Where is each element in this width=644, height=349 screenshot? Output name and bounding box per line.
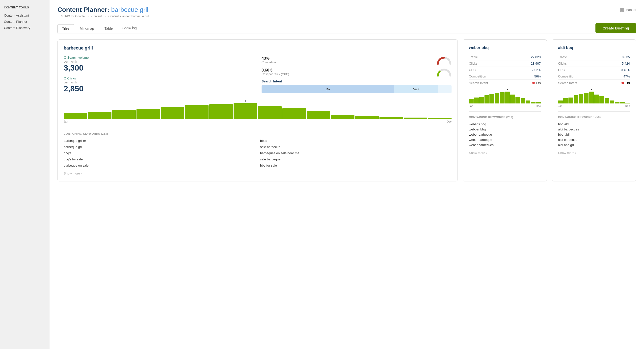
main-keywords-cols: barbeque griller bbqs barbeque grill sal… <box>64 138 452 168</box>
keyword-1[interactable]: barbeque griller <box>64 138 255 143</box>
keyword-4[interactable]: bbq's for sale <box>64 157 255 162</box>
show-log-link[interactable]: Show log <box>121 24 138 32</box>
bar-1 <box>64 113 87 119</box>
breadcrumb: SISTRIX for Google › Content › Content P… <box>58 14 150 18</box>
competition-gauge <box>437 56 452 65</box>
svg-rect-1 <box>622 8 624 12</box>
aldi-chart-labels: Jan Dec <box>558 104 630 107</box>
svg-rect-0 <box>620 8 622 12</box>
sidebar-section-title: CONTENT TOOLS <box>4 6 46 9</box>
weber-kw-2[interactable]: webber bbq <box>469 127 541 132</box>
bar-13 <box>355 116 379 119</box>
create-briefing-button[interactable]: Create Briefing <box>596 23 636 33</box>
competition-gauge-row: 43% Competition <box>262 56 452 65</box>
weber-stat-competition: Competition 56% <box>469 73 541 80</box>
aldi-card: aldi bbq Traffic 8,335 Clicks 5,424 CPC … <box>552 39 636 181</box>
weber-kw-5[interactable]: weber barbecues <box>469 142 541 148</box>
page-title-highlight: barbecue grill <box>111 6 150 13</box>
cpc-info: 0.60 € Cost per Click (CPC) <box>262 68 434 76</box>
tab-tiles[interactable]: Tiles <box>58 24 74 33</box>
bar-4 <box>136 109 160 119</box>
weber-stat-clicks: Clicks 23,907 <box>469 60 541 67</box>
weber-kw-3[interactable]: weber barbecue <box>469 132 541 137</box>
main-card-title: barbecue grill <box>64 45 452 51</box>
aldi-keywords-section: CONTAINING KEYWORDS (58) bbq aldi aldi b… <box>558 116 630 155</box>
keyword-3[interactable]: bbq's <box>64 150 255 156</box>
bar-16 <box>428 118 452 119</box>
main-show-more[interactable]: Show more › <box>64 172 82 175</box>
bar-15 <box>404 118 427 119</box>
competition-info: 43% Competition <box>262 56 434 64</box>
weber-show-more[interactable]: Show more › <box>469 151 487 155</box>
weber-stat-intent: Search Intent Do <box>469 80 541 86</box>
clicks-label: ∅ Clicks <box>64 76 254 80</box>
main-keywords-title: CONTAINING KEYWORDS (253) <box>64 132 452 135</box>
metric-search-volume: ∅ Search volume per month 3,300 ∅ Clicks… <box>64 56 254 93</box>
weber-card-title: weber bbq <box>469 45 541 50</box>
bar-10 <box>282 108 306 119</box>
weber-kw-4[interactable]: weber barbeque <box>469 137 541 142</box>
tabs-row: Tiles Mindmap Table Show log Create Brie… <box>58 23 636 33</box>
sidebar-item-content-discovery[interactable]: Content Discovery <box>4 25 46 31</box>
keyword-10[interactable]: bbq for sale <box>260 163 452 168</box>
metrics-row: ∅ Search volume per month 3,300 ∅ Clicks… <box>64 56 452 93</box>
cpc-label: Cost per Click (CPC) <box>262 72 434 76</box>
weber-mini-chart: ▼ <box>469 89 541 103</box>
bar-3 <box>112 110 136 119</box>
aldi-kw-5[interactable]: aldi bbq grill <box>558 142 630 148</box>
keyword-2[interactable]: barbeque grill <box>64 144 255 149</box>
weber-keywords-section: CONTAINING KEYWORDS (290) weber's bbq we… <box>469 116 541 155</box>
aldi-stats: Traffic 8,335 Clicks 5,424 CPC 0.43 € Co… <box>558 54 630 86</box>
bar-8-current: ▼ <box>234 103 257 119</box>
aldi-intent-dot <box>622 82 624 84</box>
aldi-kw-3[interactable]: bbq-aldi <box>558 132 630 137</box>
aldi-divider <box>558 111 630 112</box>
bar-12 <box>331 115 354 119</box>
keyword-5[interactable]: barbeque on sale <box>64 163 255 168</box>
sidebar: CONTENT TOOLS Content Assistant Content … <box>0 0 50 349</box>
cards-grid: barbecue grill ∅ Search volume per month… <box>58 39 636 181</box>
clicks-value: 2,850 <box>64 84 254 93</box>
weber-chart-labels: Jan Dec <box>469 104 541 107</box>
weber-kw-1[interactable]: weber's bbq <box>469 121 541 127</box>
cpc-gauge-row: 0.60 € Cost per Click (CPC) <box>262 67 452 76</box>
keyword-8[interactable]: barbeques on sale near me <box>260 150 452 156</box>
intent-do: Do <box>262 85 394 93</box>
tab-mindmap[interactable]: Mindmap <box>75 24 99 33</box>
metric-gauges: 43% Competition <box>262 56 452 93</box>
weber-keywords-list: weber's bbq webber bbq weber barbecue we… <box>469 121 541 148</box>
main-chart-area: ▼ Jan Dec <box>64 99 452 123</box>
weber-chart-area: ▼ Jan Dec <box>469 89 541 107</box>
search-volume-value: 3,300 <box>64 63 254 72</box>
aldi-keywords-list: bbq aldi aldi barbecues bbq-aldi aldi ba… <box>558 121 630 148</box>
aldi-mini-chart: ▼ <box>558 89 630 103</box>
aldi-stat-cpc: CPC 0.43 € <box>558 67 630 73</box>
search-intent-title: Search Intent <box>262 79 452 83</box>
manual-link[interactable]: Manual <box>620 8 636 12</box>
manual-icon <box>620 8 624 12</box>
aldi-kw-1[interactable]: bbq aldi <box>558 121 630 127</box>
clicks-sub: per month <box>64 81 254 84</box>
weber-stats: Traffic 27,823 Clicks 23,907 CPC 2.02 € … <box>469 54 541 86</box>
sidebar-item-content-planner[interactable]: Content Planner <box>4 18 46 25</box>
page-title: Content Planner: barbecue grill <box>58 6 150 13</box>
aldi-stat-clicks: Clicks 5,424 <box>558 60 630 67</box>
tab-table[interactable]: Table <box>100 24 118 33</box>
keyword-9[interactable]: sale barbeque <box>260 157 452 162</box>
aldi-kw-2[interactable]: aldi barbecues <box>558 127 630 132</box>
keyword-7[interactable]: sale barbecue <box>260 144 452 149</box>
keyword-6[interactable]: bbqs <box>260 138 452 143</box>
bar-5 <box>161 107 184 119</box>
bar-11 <box>307 111 330 119</box>
weber-stat-traffic: Traffic 27,823 <box>469 54 541 60</box>
sidebar-item-content-assistant[interactable]: Content Assistant <box>4 12 46 18</box>
cpc-gauge <box>437 67 452 76</box>
aldi-keywords-title: CONTAINING KEYWORDS (58) <box>558 116 630 119</box>
aldi-show-more[interactable]: Show more › <box>558 151 576 155</box>
main-content: Content Planner: barbecue grill SISTRIX … <box>50 0 644 349</box>
bar-6 <box>185 105 208 119</box>
competition-value: 43% <box>262 56 434 61</box>
main-mini-chart: ▼ <box>64 99 452 119</box>
cpc-value: 0.60 € <box>262 68 434 72</box>
aldi-kw-4[interactable]: aldi barbecue <box>558 137 630 142</box>
